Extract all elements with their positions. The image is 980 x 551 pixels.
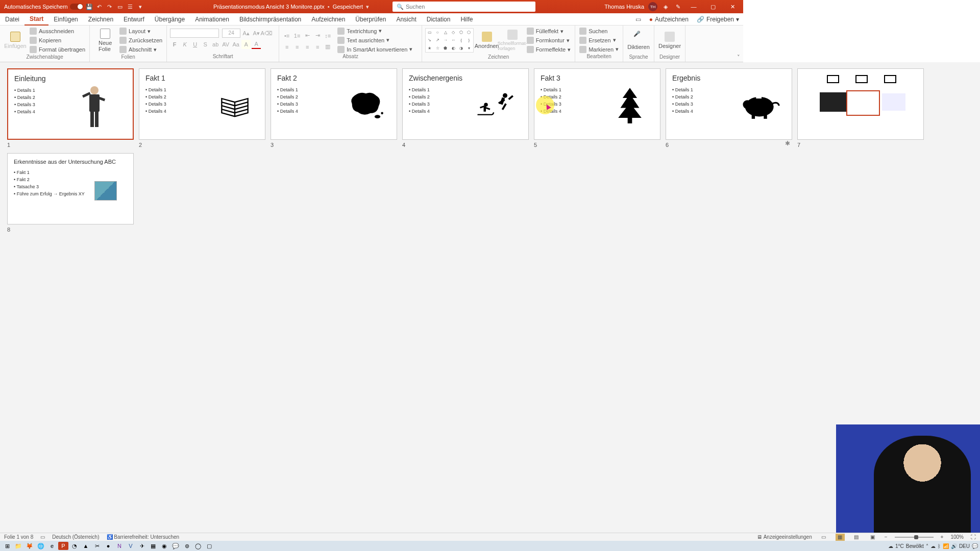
tab-datei[interactable]: Datei (0, 13, 24, 26)
cut-button[interactable]: Ausschneiden (29, 27, 86, 35)
justify-button[interactable]: ≡ (313, 42, 322, 52)
align-text-button[interactable]: Text ausrichten ▾ (336, 36, 413, 44)
align-center-button[interactable]: ≡ (292, 42, 302, 52)
slide-title: Zwischenergenis (409, 74, 522, 82)
share-button[interactable]: 🔗Freigeben▾ (693, 16, 743, 23)
indent-dec-button[interactable]: ⇤ (303, 31, 312, 40)
change-case-button[interactable]: Aa (231, 40, 240, 49)
highlight-button[interactable]: A (241, 40, 251, 49)
svg-rect-16 (485, 107, 490, 110)
record-button[interactable]: ●Aufzeichnen (645, 16, 693, 23)
tab-ueberpruefen[interactable]: Überprüfen (350, 13, 391, 26)
shapes-gallery[interactable]: ▭○△◇⬠⬡ ↘↗→↔{} ★☆⬟◐◑▾ (425, 28, 474, 53)
italic-button[interactable]: K (180, 40, 189, 49)
slide-title: Fakt 1 (145, 74, 259, 82)
pen-icon[interactable]: ✎ (674, 3, 682, 11)
copy-button[interactable]: Kopieren (29, 36, 86, 44)
format-painter-button[interactable]: Format übertragen (29, 45, 86, 54)
arrange-icon (482, 32, 492, 42)
tab-einfuegen[interactable]: Einfügen (48, 13, 83, 26)
from-beginning-icon[interactable]: ▭ (116, 3, 124, 11)
dictate-button[interactable]: 🎤 Diktieren (626, 27, 651, 54)
slide-cell: ErgebnisDetails 1Details 2Details 3Detai… (666, 68, 743, 148)
svg-rect-5 (95, 112, 99, 127)
tab-bildschirmpraesentation[interactable]: Bildschirmpräsentation (234, 13, 306, 26)
close-button[interactable]: ✕ (725, 0, 740, 13)
tab-entwurf[interactable]: Entwurf (118, 13, 150, 26)
touch-mode-icon[interactable]: ☰ (126, 3, 134, 11)
grow-font-button[interactable]: A▴ (241, 29, 251, 38)
coming-soon-icon[interactable]: ◈ (662, 3, 670, 11)
select-button[interactable]: Markieren ▾ (578, 45, 620, 54)
quick-styles-button[interactable]: Schnellformat- vorlagen (500, 27, 525, 54)
text-direction-button[interactable]: Textrichtung ▾ (336, 27, 413, 35)
tab-uebergaenge[interactable]: Übergänge (150, 13, 190, 26)
arrange-button[interactable]: Anordnen (475, 27, 499, 54)
tab-animationen[interactable]: Animationen (190, 13, 234, 26)
line-spacing-button[interactable]: ↕≡ (323, 31, 332, 40)
slide-thumbnail[interactable]: Fakt 3Details 1Details 2Details 3Details… (534, 68, 660, 140)
tab-ansicht[interactable]: Ansicht (391, 13, 421, 26)
undo-icon[interactable]: ↶ (95, 3, 104, 11)
tab-aufzeichnen[interactable]: Aufzeichnen (306, 13, 350, 26)
slide-thumbnail[interactable]: Fakt 2Details 1Details 2Details 3Details… (271, 68, 397, 140)
slide-thumbnail[interactable]: ErgebnisDetails 1Details 2Details 3Detai… (666, 68, 743, 140)
slide-sorter[interactable]: EinleitungDetails 1Details 2Details 3Det… (0, 62, 743, 416)
columns-button[interactable]: ▥ (323, 42, 332, 52)
indent-inc-button[interactable]: ⇥ (313, 31, 322, 40)
shadow-text-button[interactable]: ab (211, 40, 220, 49)
section-button[interactable]: Abschnitt ▾ (118, 45, 163, 54)
slide-thumbnail[interactable]: EinleitungDetails 1Details 2Details 3Det… (7, 68, 134, 140)
autosave-toggle[interactable] (70, 4, 83, 10)
font-family-combo[interactable] (170, 29, 219, 38)
bullet-item: Details 2 (672, 93, 743, 101)
new-slide-icon (100, 29, 110, 39)
bullets-button[interactable]: •≡ (282, 31, 291, 40)
find-button[interactable]: Suchen (578, 27, 620, 35)
layout-button[interactable]: Layout ▾ (118, 27, 163, 35)
font-size-combo[interactable]: 24 (222, 29, 240, 38)
spacing-button[interactable]: AV (221, 40, 230, 49)
shape-outline-button[interactable]: Formkontur ▾ (526, 36, 572, 44)
align-left-button[interactable]: ≡ (282, 42, 291, 52)
user-avatar[interactable]: TH (648, 2, 657, 11)
designer-button[interactable]: Designer (657, 27, 682, 54)
underline-button[interactable]: U (190, 40, 200, 49)
tab-zeichnen[interactable]: Zeichnen (83, 13, 118, 26)
tab-dictation[interactable]: Dictation (422, 13, 456, 26)
new-slide-button[interactable]: Neue Folie (93, 27, 117, 54)
collapse-ribbon-button[interactable]: ˅ (737, 54, 740, 61)
numbering-button[interactable]: 1≡ (292, 31, 302, 40)
presenter-icon (71, 77, 117, 138)
save-icon[interactable]: 💾 (85, 3, 93, 11)
search-input[interactable] (406, 4, 531, 10)
replace-button[interactable]: Ersetzen ▾ (578, 36, 620, 44)
qat-customize-icon[interactable]: ▾ (136, 3, 144, 11)
maximize-button[interactable]: ▢ (705, 0, 721, 13)
shrink-font-button[interactable]: A▾ (252, 29, 261, 38)
redo-icon[interactable]: ↷ (106, 3, 114, 11)
shape-fill-button[interactable]: Fülleffekt ▾ (526, 27, 572, 35)
slide-thumbnail[interactable]: ZwischenergenisDetails 1Details 2Details… (402, 68, 529, 140)
user-name: Thomas Hruska (604, 4, 644, 10)
paste-icon (10, 32, 20, 42)
search-box[interactable]: 🔍 (393, 2, 535, 12)
present-mode-icon[interactable]: ▭ (631, 16, 645, 23)
search-icon: 🔍 (397, 4, 404, 10)
clear-format-button[interactable]: A⌫ (262, 29, 271, 38)
shape-effects-button[interactable]: Formeffekte ▾ (526, 45, 572, 54)
align-right-button[interactable]: ≡ (303, 42, 312, 52)
slide-thumbnail[interactable]: Fakt 1Details 1Details 2Details 3Details… (139, 68, 265, 140)
convert-smartart-button[interactable]: In SmartArt konvertieren ▾ (336, 45, 413, 54)
font-color-button[interactable]: A (252, 40, 261, 49)
strike-button[interactable]: S (201, 40, 210, 49)
tab-start[interactable]: Start (24, 13, 48, 26)
tab-hilfe[interactable]: Hilfe (455, 13, 478, 26)
minimize-button[interactable]: — (686, 0, 701, 13)
reset-button[interactable]: Zurücksetzen (118, 36, 163, 44)
bold-button[interactable]: F (170, 40, 179, 49)
slide-thumbnail[interactable]: Erkenntnisse aus der Untersuchung ABCFak… (7, 153, 134, 224)
shape-effects-icon (527, 46, 534, 53)
autosave-label: Automatisches Speichern (4, 4, 68, 10)
paste-button[interactable]: Einfügen (3, 27, 28, 54)
